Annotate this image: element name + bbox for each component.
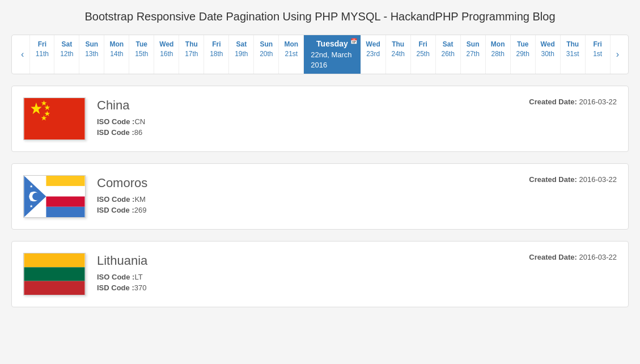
date-item[interactable]: Thu31st — [561, 35, 586, 74]
svg-rect-18 — [24, 267, 84, 281]
next-arrow[interactable]: › — [611, 46, 625, 63]
iso-code-comoros: ISO Code :KM — [97, 195, 518, 204]
iso-code-lithuania: ISO Code :LT — [97, 273, 518, 281]
date-item[interactable]: Sun20th — [254, 35, 279, 74]
date-item[interactable]: Mon28th — [486, 35, 511, 74]
date-item[interactable]: Wed16th — [154, 35, 179, 74]
prev-arrow[interactable]: ‹ — [15, 46, 29, 63]
date-item[interactable]: Fri11th — [29, 35, 54, 74]
svg-point-12 — [32, 193, 40, 201]
date-item[interactable]: Wed30th — [536, 35, 561, 74]
created-date-china: Created Date: 2016-03-22 — [529, 98, 617, 106]
country-card-china: China ISO Code :CN ISD Code :86 Created … — [11, 86, 629, 152]
country-card-comoros: ★ ★ ★ ★ Comoros ISO Code :KM ISD Code :2… — [11, 163, 629, 230]
iso-code-china: ISO Code :CN — [97, 117, 518, 126]
svg-rect-0 — [24, 98, 84, 139]
created-date-lithuania: Created Date: 2016-03-22 — [529, 253, 617, 261]
date-item[interactable]: Sat12th — [54, 35, 79, 74]
date-item[interactable]: Thu17th — [179, 35, 204, 74]
page-title: Bootstrap Responsive Date Pagination Usi… — [11, 6, 629, 28]
country-name: China — [97, 98, 518, 113]
isd-code-comoros: ISD Code :269 — [97, 206, 518, 214]
date-item[interactable]: Mon21st — [279, 35, 304, 74]
date-item[interactable]: Sat19th — [229, 35, 254, 74]
svg-rect-19 — [24, 281, 84, 295]
date-pagination: ‹ Fri11th Sat12th Sun13th Mon14th Tue15t… — [11, 35, 629, 74]
isd-code-china: ISD Code :86 — [97, 128, 518, 137]
svg-text:★: ★ — [29, 191, 33, 195]
date-item[interactable]: Sun27th — [461, 35, 486, 74]
country-name: Lithuania — [97, 253, 518, 268]
svg-rect-17 — [24, 253, 84, 267]
date-item[interactable]: Tue29th — [511, 35, 536, 74]
created-date-comoros: Created Date: 2016-03-22 — [529, 175, 617, 184]
country-info-lithuania: Lithuania ISO Code :LT ISD Code :370 — [97, 253, 518, 294]
calendar-icon: 📅 — [350, 37, 357, 45]
svg-rect-9 — [46, 196, 84, 206]
flag-comoros: ★ ★ ★ ★ — [23, 175, 86, 218]
date-item[interactable]: Fri25th — [411, 35, 436, 74]
country-card-lithuania: Lithuania ISO Code :LT ISD Code :370 Cre… — [11, 241, 629, 307]
svg-rect-10 — [46, 207, 84, 217]
flag-china — [23, 98, 86, 140]
date-items: Fri11th Sat12th Sun13th Mon14th Tue15th … — [29, 35, 610, 74]
date-item[interactable]: Sun13th — [79, 35, 104, 74]
date-item[interactable]: Fri1st — [586, 35, 611, 74]
active-date-item[interactable]: 📅 Tuesday 22nd, March 2016 — [304, 35, 361, 74]
svg-rect-7 — [46, 176, 84, 186]
date-item[interactable]: Wed23rd — [361, 35, 386, 74]
date-item[interactable]: Fri18th — [204, 35, 229, 74]
svg-text:★: ★ — [29, 198, 33, 202]
date-item[interactable]: Sat26th — [436, 35, 461, 74]
svg-rect-8 — [46, 186, 84, 196]
date-item[interactable]: Tue15th — [129, 35, 154, 74]
country-name: Comoros — [97, 176, 518, 191]
date-item[interactable]: Mon14th — [104, 35, 129, 74]
isd-code-lithuania: ISD Code :370 — [97, 283, 518, 292]
svg-text:★: ★ — [29, 204, 33, 208]
country-info-china: China ISO Code :CN ISD Code :86 — [97, 98, 518, 139]
flag-lithuania — [23, 253, 86, 295]
country-info-comoros: Comoros ISO Code :KM ISD Code :269 — [97, 176, 518, 217]
date-item[interactable]: Thu24th — [386, 35, 411, 74]
svg-text:★: ★ — [29, 184, 33, 188]
